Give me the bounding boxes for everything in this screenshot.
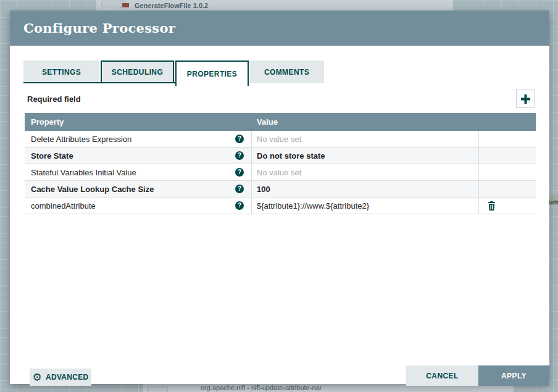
property-value-cell[interactable]: Do not store state bbox=[252, 148, 479, 164]
advanced-button[interactable]: ⚙ ADVANCED bbox=[30, 369, 91, 386]
background-processor-node: GenerateFlowFile 1.0.2 bbox=[96, 0, 453, 10]
help-question-icon[interactable]: ? bbox=[235, 151, 244, 160]
property-row[interactable]: combinedAttribute ? ${attribute1}://www.… bbox=[25, 198, 536, 214]
property-value-cell[interactable]: 100 bbox=[252, 181, 479, 197]
apply-button[interactable]: APPLY bbox=[478, 365, 549, 386]
table-body: Delete Attributes Expression ? No value … bbox=[25, 131, 536, 214]
background-bundle-label: org.apache.nifi - nifi-update-attribute-… bbox=[201, 384, 322, 391]
property-value-cell[interactable]: ${attribute1}://www.${attribute2} bbox=[252, 198, 479, 214]
property-actions-cell bbox=[479, 198, 536, 214]
processor-invalid-icon bbox=[122, 3, 129, 7]
property-value-cell[interactable]: No value set bbox=[252, 131, 479, 147]
property-value: 100 bbox=[257, 185, 270, 194]
help-question-icon[interactable]: ? bbox=[235, 185, 244, 193]
property-name: Delete Attributes Expression bbox=[31, 135, 235, 144]
add-property-button[interactable] bbox=[516, 90, 535, 108]
property-row[interactable]: Cache Value Lookup Cache Size ? 100 bbox=[25, 181, 536, 198]
property-actions-cell bbox=[479, 148, 536, 164]
help-question-icon[interactable]: ? bbox=[235, 135, 244, 143]
dialog-header: Configure Processor bbox=[10, 10, 549, 46]
property-name-cell: Cache Value Lookup Cache Size ? bbox=[25, 181, 252, 197]
background-processor-name: GenerateFlowFile 1.0.2 bbox=[135, 2, 208, 9]
property-name: combinedAttribute bbox=[31, 201, 235, 211]
property-value: No value set bbox=[257, 135, 301, 144]
configure-processor-dialog: Configure Processor SETTINGS SCHEDULING … bbox=[10, 10, 549, 384]
properties-table: Property Value Delete Attributes Express… bbox=[25, 113, 536, 214]
property-actions-cell bbox=[479, 181, 536, 197]
help-question-icon[interactable]: ? bbox=[235, 168, 244, 177]
property-name-cell: Stateful Variables Initial Value ? bbox=[25, 164, 252, 180]
property-value: Do not store state bbox=[257, 151, 325, 161]
column-header-property: Property bbox=[25, 117, 252, 127]
property-value: No value set bbox=[257, 168, 301, 177]
table-header-row: Property Value bbox=[25, 113, 536, 131]
property-name: Store State bbox=[31, 151, 235, 161]
dialog-title: Configure Processor bbox=[23, 20, 175, 36]
property-name: Cache Value Lookup Cache Size bbox=[31, 185, 235, 194]
delete-property-trash-icon[interactable] bbox=[488, 201, 496, 211]
property-value: ${attribute1}://www.${attribute2} bbox=[257, 201, 369, 211]
background-clipped-label: ume bbox=[549, 195, 558, 205]
advanced-button-label: ADVANCED bbox=[46, 373, 89, 382]
tab-comments[interactable]: COMMENTS bbox=[249, 60, 324, 83]
property-actions-cell bbox=[479, 164, 536, 180]
required-field-label: Required field bbox=[27, 94, 81, 104]
property-name: Stateful Variables Initial Value bbox=[31, 168, 235, 177]
tab-bar-underline bbox=[23, 82, 175, 83]
processor-icon-box bbox=[147, 386, 168, 392]
property-name-cell: combinedAttribute ? bbox=[25, 198, 252, 214]
gear-icon: ⚙ bbox=[32, 372, 42, 383]
column-header-value: Value bbox=[252, 117, 479, 127]
property-row[interactable]: Store State ? Do not store state bbox=[25, 148, 536, 164]
property-value-cell[interactable]: No value set bbox=[252, 164, 479, 180]
cancel-button[interactable]: CANCEL bbox=[406, 365, 478, 386]
property-row[interactable]: Stateful Variables Initial Value ? No va… bbox=[25, 164, 536, 181]
tab-properties[interactable]: PROPERTIES bbox=[175, 60, 249, 86]
property-name-cell: Delete Attributes Expression ? bbox=[25, 131, 252, 147]
tab-scheduling[interactable]: SCHEDULING bbox=[101, 60, 174, 83]
property-row[interactable]: Delete Attributes Expression ? No value … bbox=[25, 131, 536, 148]
plus-icon bbox=[521, 94, 530, 104]
help-question-icon[interactable]: ? bbox=[235, 201, 244, 210]
property-actions-cell bbox=[479, 131, 536, 147]
property-name-cell: Store State ? bbox=[25, 148, 252, 164]
tab-settings[interactable]: SETTINGS bbox=[23, 60, 99, 83]
